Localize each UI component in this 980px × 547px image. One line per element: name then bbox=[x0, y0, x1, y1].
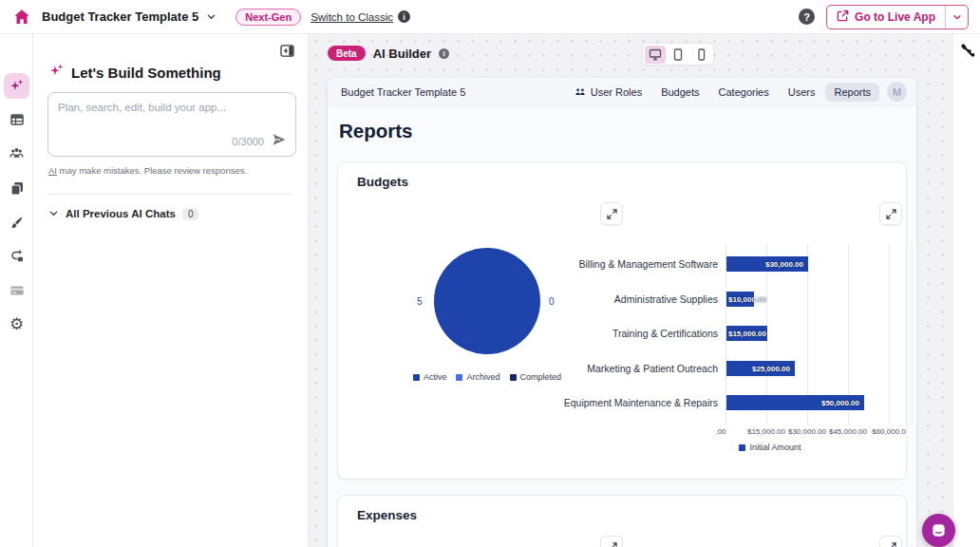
desktop-view-button[interactable] bbox=[645, 46, 666, 64]
info-icon[interactable]: i bbox=[439, 48, 449, 59]
builder-canvas: Beta AI Builder i Budget Tracker Templat… bbox=[309, 34, 952, 547]
expand-bar-chart-button[interactable] bbox=[879, 202, 902, 225]
collapse-panel-icon[interactable] bbox=[280, 44, 294, 61]
prompt-box: 0/3000 bbox=[47, 92, 296, 157]
left-icon-rail: ⚙ bbox=[0, 34, 33, 547]
rail-ai-sparkles-button[interactable] bbox=[4, 73, 29, 99]
chat-launcher-button[interactable] bbox=[922, 514, 955, 547]
bar-category: Training & Certifications bbox=[357, 328, 718, 340]
rail-styles-button[interactable] bbox=[4, 209, 29, 235]
prompt-input[interactable] bbox=[48, 93, 295, 131]
home-icon[interactable] bbox=[11, 7, 32, 28]
help-icon[interactable]: ? bbox=[799, 9, 815, 25]
open-live-app-icon bbox=[837, 9, 849, 25]
ai-disclaimer: AI may make mistakes. Please review resp… bbox=[48, 165, 247, 176]
previous-chats-toggle[interactable]: All Previous AI Chats 0 bbox=[48, 205, 198, 222]
rail-settings-button[interactable]: ⚙ bbox=[4, 311, 29, 337]
chevron-down-icon[interactable] bbox=[206, 11, 217, 22]
bar-legend: Initial Amount bbox=[694, 443, 846, 452]
device-preview-toggle bbox=[642, 43, 714, 66]
avatar[interactable]: M bbox=[887, 82, 907, 102]
expand-expenses-chart-1-button[interactable] bbox=[600, 536, 623, 547]
expenses-card: Expenses bbox=[337, 495, 907, 547]
preview-app-header: Budget Tracker Template 5 User Roles Bud… bbox=[328, 78, 916, 106]
app-title: Budget Tracker Template 5 bbox=[42, 9, 198, 24]
nav-users[interactable]: Users bbox=[780, 83, 824, 102]
next-gen-badge: Next-Gen bbox=[236, 9, 301, 26]
nav-reports[interactable]: Reports bbox=[825, 83, 879, 102]
nav-budgets[interactable]: Budgets bbox=[652, 83, 707, 102]
sparkle-icon bbox=[48, 63, 65, 82]
ai-builder-panel: Let's Build Something 0/3000 AI may make… bbox=[33, 34, 309, 547]
bar-category: Marketing & Patient Outreach bbox=[357, 363, 718, 375]
char-counter: 0/3000 bbox=[232, 136, 264, 147]
top-bar: Budget Tracker Template 5 Next-Gen Switc… bbox=[0, 0, 980, 34]
x-tick: $60,000.0 bbox=[860, 427, 916, 436]
bar-value: $30,000.00 bbox=[726, 260, 803, 269]
budgets-card-title: Budgets bbox=[357, 175, 408, 189]
chat-icon bbox=[931, 522, 947, 538]
mobile-view-button[interactable] bbox=[690, 46, 711, 64]
switch-to-classic-link[interactable]: Switch to Classic bbox=[311, 11, 393, 23]
previous-chats-label: All Previous AI Chats bbox=[66, 208, 176, 219]
go-live-dropdown-caret[interactable] bbox=[945, 6, 968, 28]
bar-value: $15,000.00 bbox=[726, 330, 766, 338]
bar-category: Equipment Maintenance & Repairs bbox=[357, 397, 718, 409]
budgets-card: Budgets 5 0 Active Archived Completed bbox=[337, 161, 907, 480]
rail-workflow-button[interactable] bbox=[4, 243, 29, 269]
bar-category: Administrative Supplies bbox=[357, 293, 718, 306]
rail-pages-button[interactable] bbox=[4, 175, 29, 200]
gear-icon: ⚙ bbox=[9, 316, 24, 332]
bar-value: $50,000.00 bbox=[726, 399, 859, 407]
ai-panel-title: Let's Build Something bbox=[71, 65, 221, 81]
bar-value: $25,000.00 bbox=[726, 365, 790, 373]
expenses-card-title: Expenses bbox=[357, 508, 417, 522]
go-to-live-app-label: Go to Live App bbox=[855, 10, 935, 24]
right-tool-strip bbox=[952, 34, 980, 547]
send-icon[interactable] bbox=[272, 133, 287, 150]
tablet-view-button[interactable] bbox=[668, 46, 688, 64]
previous-chats-count-badge: 0 bbox=[182, 208, 199, 220]
nav-user-roles[interactable]: User Roles bbox=[566, 83, 650, 102]
rail-users-button[interactable] bbox=[4, 141, 29, 166]
go-to-live-app-button[interactable]: Go to Live App bbox=[826, 5, 969, 29]
expand-expenses-chart-2-button[interactable] bbox=[879, 536, 902, 547]
rail-tables-button[interactable] bbox=[4, 106, 29, 132]
rail-billing-button[interactable] bbox=[4, 277, 29, 303]
legend-item-initial-amount[interactable]: Initial Amount bbox=[739, 443, 801, 452]
chevron-down-icon bbox=[48, 205, 59, 222]
page-title: Reports bbox=[339, 120, 412, 142]
builder-title: AI Builder bbox=[373, 47, 431, 61]
app-preview-window: Budget Tracker Template 5 User Roles Bud… bbox=[328, 78, 916, 547]
preview-app-name: Budget Tracker Template 5 bbox=[341, 86, 465, 98]
info-icon[interactable]: i bbox=[398, 10, 410, 23]
tools-icon[interactable] bbox=[959, 42, 976, 59]
nav-categories[interactable]: Categories bbox=[710, 83, 778, 102]
beta-badge: Beta bbox=[328, 46, 366, 61]
expand-pie-chart-button[interactable] bbox=[600, 202, 623, 225]
divider bbox=[48, 194, 292, 195]
bar-category: Billing & Management Software bbox=[357, 258, 718, 271]
bar-value: $10,000.00 bbox=[728, 295, 766, 304]
preview-nav: User Roles Budgets Categories Users Repo… bbox=[566, 83, 879, 102]
